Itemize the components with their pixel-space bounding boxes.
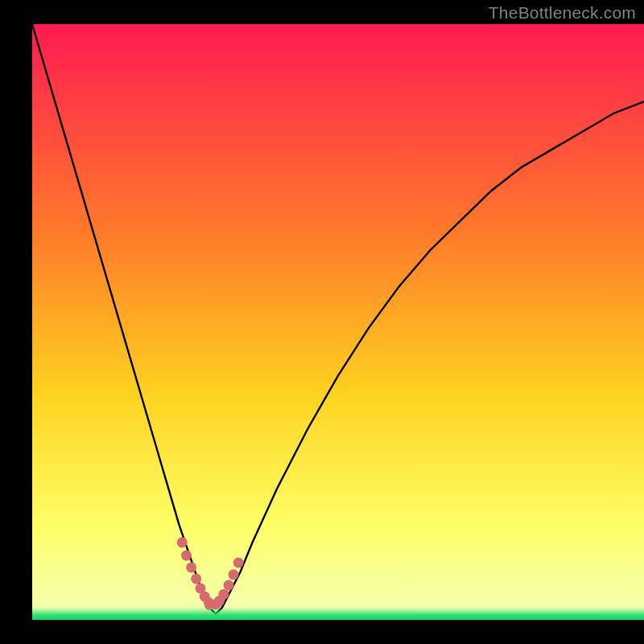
watermark-text: TheBottleneck.com: [489, 3, 636, 23]
chart-stage: TheBottleneck.com: [0, 0, 644, 644]
valley-marker: [224, 580, 234, 591]
valley-marker: [186, 562, 196, 572]
valley-marker: [229, 569, 239, 580]
valley-marker: [191, 573, 201, 584]
plot-area: [32, 24, 644, 620]
gradient-background: [32, 24, 644, 620]
valley-marker: [181, 551, 192, 561]
valley-marker: [218, 589, 229, 600]
valley-marker: [177, 537, 188, 547]
valley-marker: [233, 558, 244, 568]
plot-svg: [32, 24, 644, 620]
